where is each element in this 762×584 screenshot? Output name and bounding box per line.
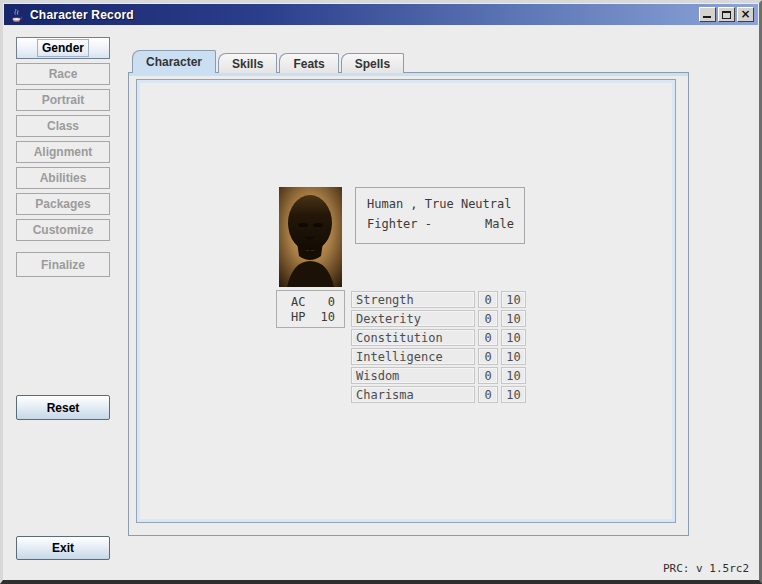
tab-feats[interactable]: Feats [279,53,338,73]
ability-modifier: 0 [478,348,498,365]
tab-character[interactable]: Character [132,50,216,73]
class-button[interactable]: Class [16,115,110,137]
abilities-table: Strength 0 10 Dexterity 0 10 Constitutio… [351,291,526,405]
hp-label: HP [291,310,317,324]
race-button-label: Race [49,67,78,81]
table-row: Wisdom 0 10 [351,367,526,384]
ability-score: 10 [501,329,526,346]
ability-score: 10 [501,310,526,327]
table-row: Dexterity 0 10 [351,310,526,327]
version-label: PRC: v 1.5rc2 [663,562,749,575]
customize-button[interactable]: Customize [16,219,110,241]
tab-character-label: Character [146,55,202,69]
ability-modifier: 0 [478,329,498,346]
table-row: Charisma 0 10 [351,386,526,403]
exit-button[interactable]: Exit [16,536,110,560]
minimize-icon [703,16,711,18]
maximize-icon [722,11,731,19]
abilities-button-label: Abilities [40,171,87,185]
race-button[interactable]: Race [16,63,110,85]
packages-button-label: Packages [35,197,90,211]
ability-modifier: 0 [478,386,498,403]
minimize-button[interactable] [699,7,716,22]
tab-spells-label: Spells [355,57,390,71]
close-button[interactable]: × [737,7,754,22]
titlebar[interactable]: Character Record × [4,4,758,25]
customize-button-label: Customize [33,223,94,237]
ability-modifier: 0 [478,310,498,327]
tab-strip: Character Skills Feats Spells [132,50,406,73]
ability-score: 10 [501,386,526,403]
ability-score: 10 [501,367,526,384]
ability-name: Charisma [351,386,475,403]
gender-button[interactable]: Gender [16,37,110,59]
alignment-button[interactable]: Alignment [16,141,110,163]
portrait-button-label: Portrait [42,93,85,107]
class-text: Fighter - [367,217,432,231]
abilities-button[interactable]: Abilities [16,167,110,189]
ability-name: Dexterity [351,310,475,327]
packages-button[interactable]: Packages [16,193,110,215]
tab-skills[interactable]: Skills [218,53,277,73]
maximize-button[interactable] [718,7,735,22]
ability-score: 10 [501,291,526,308]
exit-button-label: Exit [52,541,74,555]
close-icon: × [738,8,753,20]
java-cup-icon [8,7,24,23]
race-alignment-text: Human , True Neutral [367,197,514,211]
finalize-button-label: Finalize [41,258,85,272]
character-portrait [279,187,342,287]
table-row: Intelligence 0 10 [351,348,526,365]
ability-modifier: 0 [478,367,498,384]
tab-feats-label: Feats [293,57,324,71]
table-row: Constitution 0 10 [351,329,526,346]
reset-button-label: Reset [47,401,80,415]
table-row: Strength 0 10 [351,291,526,308]
hp-value: 10 [317,310,335,324]
ability-name: Constitution [351,329,475,346]
ac-label: AC [291,295,317,309]
ability-name: Strength [351,291,475,308]
tab-skills-label: Skills [232,57,263,71]
character-summary-box: Human , True Neutral Fighter - Male [355,187,525,244]
gender-button-label: Gender [37,39,89,57]
ac-hp-box: AC 0 HP 10 [276,290,345,328]
ability-name: Wisdom [351,367,475,384]
alignment-button-label: Alignment [34,145,93,159]
ability-modifier: 0 [478,291,498,308]
gender-text: Male [485,217,514,231]
class-button-label: Class [47,119,79,133]
finalize-button[interactable]: Finalize [16,252,110,277]
portrait-button[interactable]: Portrait [16,89,110,111]
tab-spells[interactable]: Spells [341,53,404,73]
window-title: Character Record [30,8,134,22]
character-record-window: Character Record × Gender Race Portrait … [0,0,762,584]
ability-name: Intelligence [351,348,475,365]
ac-value: 0 [317,295,335,309]
ability-score: 10 [501,348,526,365]
reset-button[interactable]: Reset [16,395,110,420]
